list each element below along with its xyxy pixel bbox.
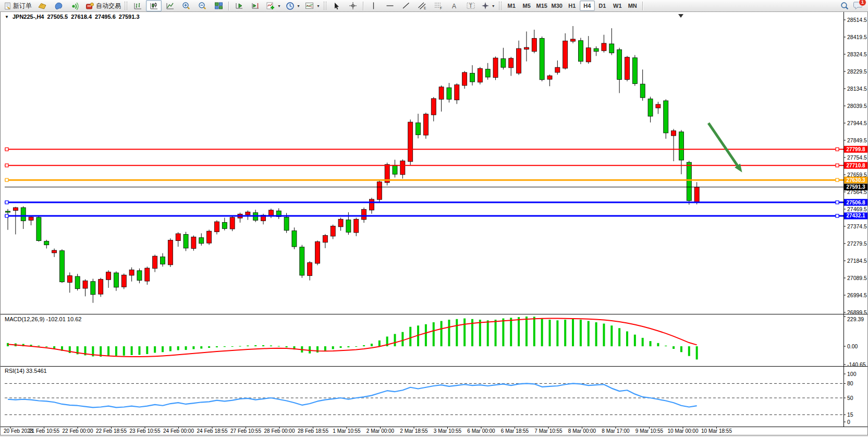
line-handle[interactable] <box>5 164 8 167</box>
macd-histogram-bar <box>441 321 443 346</box>
indicators-button[interactable]: ▼ <box>264 0 283 11</box>
equidistant-channel-button[interactable]: E <box>414 0 430 11</box>
chart-shift-button[interactable] <box>248 0 263 11</box>
candle-body <box>656 104 661 108</box>
periods-caret: ▼ <box>297 4 300 8</box>
candlestick <box>129 268 134 282</box>
indicator-axis-label: 80 <box>847 380 853 386</box>
zoom-in-button[interactable] <box>178 0 194 11</box>
time-axis-label: 6 Mar 00:00 <box>467 428 495 434</box>
macd-histogram-bar <box>502 319 504 346</box>
timeframe-MN[interactable]: MN <box>625 1 640 11</box>
line-handle[interactable] <box>836 214 839 217</box>
candlestick <box>517 41 521 75</box>
timeframe-M5[interactable]: M5 <box>519 1 534 11</box>
bar-chart-button[interactable] <box>130 0 145 11</box>
candlestick <box>447 83 451 103</box>
line-handle[interactable] <box>836 148 839 151</box>
messenger-button[interactable] <box>51 0 66 11</box>
toolbar-drag-handle[interactable] <box>125 2 127 10</box>
signals-button[interactable] <box>67 0 82 11</box>
candle-body <box>207 231 212 243</box>
candlestick <box>315 240 320 265</box>
toolbar-drag-handle[interactable] <box>499 2 502 10</box>
fibonacci-button[interactable]: F <box>431 0 446 11</box>
candle-body <box>137 271 142 281</box>
text-label-button[interactable]: T <box>463 0 479 11</box>
line-chart-button[interactable] <box>162 0 178 11</box>
candle-body <box>679 132 683 160</box>
time-axis-label: 3 Mar 10:55 <box>434 428 462 434</box>
timeframe-H4[interactable]: H4 <box>580 1 595 11</box>
price-axis[interactable]: 28514.528419.528324.528229.528134.528039… <box>843 17 867 425</box>
level-lines-layer: 27799.827710.827630.327591.327506.827432… <box>5 146 867 220</box>
tile-windows-button[interactable] <box>211 0 226 11</box>
candle-body <box>153 256 157 269</box>
candle-body <box>6 211 10 212</box>
auto-trading-button[interactable]: 自动交易 <box>83 0 123 11</box>
vertical-line-button[interactable] <box>366 0 382 11</box>
wallet-button[interactable] <box>34 0 50 11</box>
time-axis[interactable]: 20 Feb 202321 Feb 10:5522 Feb 00:0022 Fe… <box>4 427 732 434</box>
candle-body <box>230 217 235 229</box>
messenger-icon <box>54 1 64 10</box>
timeframe-D1[interactable]: D1 <box>595 1 610 11</box>
price-axis-label: 28514.5 <box>847 17 867 23</box>
candlestick <box>308 261 312 281</box>
zoom-out-button[interactable] <box>194 0 210 11</box>
candle-body <box>555 67 560 72</box>
candle-body <box>509 58 514 68</box>
timeframe-M1[interactable]: M1 <box>504 1 519 11</box>
chat-button[interactable]: 1 <box>853 1 863 11</box>
macd-histogram-bar <box>224 346 226 347</box>
chart-canvas[interactable]: 27799.827710.827630.327591.327506.827432… <box>1 12 867 434</box>
text-button[interactable]: A <box>447 0 462 11</box>
timeframe-M30[interactable]: M30 <box>549 1 565 11</box>
candlestick-chart-button[interactable] <box>146 0 162 11</box>
price-axis-label: 28324.5 <box>847 51 867 57</box>
candle-body <box>284 217 289 230</box>
candlestick <box>617 48 622 93</box>
line-handle[interactable] <box>5 178 8 181</box>
search-button[interactable] <box>837 0 852 11</box>
candle-body <box>323 236 327 242</box>
candlestick <box>59 249 64 283</box>
candle-body <box>176 234 180 241</box>
horizontal-line-button[interactable] <box>382 0 398 11</box>
trendline-button[interactable] <box>398 0 414 11</box>
macd-histogram-bar <box>642 338 644 346</box>
macd-pane <box>7 317 698 359</box>
periods-button[interactable]: ▼ <box>284 0 302 11</box>
candlestick <box>91 279 95 303</box>
one-click-trading-toggle[interactable]: ▼ <box>5 15 9 19</box>
timeframe-M15[interactable]: M15 <box>534 1 549 11</box>
candle-body <box>83 281 88 288</box>
line-handle[interactable] <box>5 201 8 204</box>
notification-badge[interactable]: 1 <box>859 0 866 6</box>
line-chart-icon <box>166 2 175 10</box>
arrow-shaft[interactable] <box>708 123 740 169</box>
crosshair-button[interactable] <box>345 0 361 11</box>
macd-histogram-bar <box>355 346 357 347</box>
templates-button[interactable]: ▼ <box>303 0 322 11</box>
line-handle[interactable] <box>836 178 839 181</box>
toolbar-drag-handle[interactable] <box>324 2 326 10</box>
candle-body <box>346 220 351 233</box>
arrows-button[interactable]: ▼ <box>479 0 497 11</box>
line-handle[interactable] <box>836 201 839 204</box>
timeframe-W1[interactable]: W1 <box>610 1 625 11</box>
line-handle[interactable] <box>836 164 839 167</box>
auto-scroll-button[interactable] <box>231 0 247 11</box>
new-order-button[interactable]: 新订单 <box>2 0 34 11</box>
line-handle[interactable] <box>5 148 8 151</box>
candle-body <box>547 76 552 79</box>
cursor-button[interactable] <box>329 0 345 11</box>
line-handle[interactable] <box>5 214 8 217</box>
signals-icon <box>70 1 80 10</box>
candlestick <box>137 269 142 283</box>
svg-text:T: T <box>469 3 472 9</box>
macd-histogram-bar <box>340 346 342 348</box>
candlestick <box>6 209 10 230</box>
timeframe-H1[interactable]: H1 <box>565 1 580 11</box>
chart-shift-marker[interactable] <box>678 14 683 18</box>
